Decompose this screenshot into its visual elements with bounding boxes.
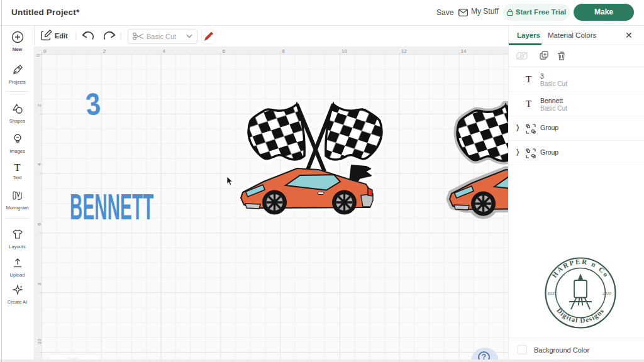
svg-text:Basic Cut: Basic Cut [147,33,176,40]
svg-text:Digital Designs: Digital Designs [555,307,606,324]
svg-text:2010: 2010 [602,291,612,296]
svg-text:EST.: EST. [547,291,556,296]
svg-text:Edit: Edit [55,32,68,40]
